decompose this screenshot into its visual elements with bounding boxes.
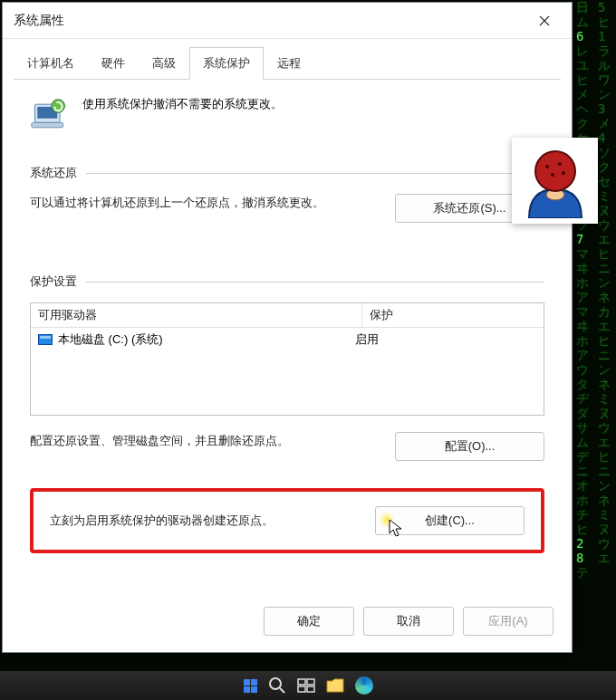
section-divider — [86, 282, 544, 283]
avatar-overlay — [512, 138, 598, 224]
configure-desc: 配置还原设置、管理磁盘空间，并且删除还原点。 — [30, 432, 377, 451]
close-icon — [539, 15, 550, 26]
system-protection-icon — [30, 96, 70, 136]
tab-computer-name[interactable]: 计算机名 — [14, 47, 88, 80]
dialog-title: 系统属性 — [14, 13, 528, 29]
titlebar: 系统属性 — [3, 3, 572, 39]
taskbar[interactable] — [0, 671, 616, 700]
svg-rect-13 — [307, 679, 314, 685]
svg-point-5 — [535, 151, 575, 191]
section-heading: 保护设置 — [30, 273, 77, 290]
tab-system-protection[interactable]: 系统保护 — [189, 47, 264, 80]
tab-strip: 计算机名 硬件 高级 系统保护 远程 — [14, 46, 561, 80]
matrix-column: 日ム6レユヒメヘクケケ8ニキエツ7マヰホアマヰホアウタヂダサムデニオホチヒ28テ — [576, 0, 589, 580]
svg-rect-12 — [298, 679, 305, 685]
tab-content: 使用系统保护撤消不需要的系统更改。 系统还原 可以通过将计算机还原到上一个还原点… — [14, 80, 561, 566]
drive-status: 启用 — [355, 331, 536, 348]
section-system-restore: 系统还原 — [30, 165, 544, 181]
svg-point-7 — [558, 162, 562, 166]
create-button[interactable]: 创建(C)... — [375, 506, 525, 535]
tab-hardware[interactable]: 硬件 — [88, 47, 139, 80]
tab-remote[interactable]: 远程 — [264, 47, 314, 80]
configure-row: 配置还原设置、管理磁盘空间，并且删除还原点。 配置(O)... — [30, 432, 544, 461]
section-divider — [86, 173, 544, 174]
apply-button[interactable]: 应用(A) — [463, 607, 553, 636]
restore-row: 可以通过将计算机还原到上一个还原点，撤消系统更改。 系统还原(S)... — [30, 194, 544, 223]
cancel-button[interactable]: 取消 — [363, 607, 454, 636]
svg-rect-14 — [298, 686, 305, 692]
drives-table[interactable]: 可用驱动器 保护 本地磁盘 (C:) (系统) 启用 — [30, 302, 544, 416]
drive-icon — [38, 334, 53, 345]
start-icon[interactable] — [244, 679, 257, 693]
matrix-column: 5ヒ1ラルワン3メ4ソクセミヌウエヒニンネカエヒニンネミヌウエヒニンネミヌウエ — [598, 0, 611, 565]
svg-point-10 — [270, 678, 281, 689]
avatar-icon — [520, 144, 591, 218]
close-button[interactable] — [528, 7, 561, 34]
intro-row: 使用系统保护撤消不需要的系统更改。 — [30, 96, 544, 136]
explorer-icon[interactable] — [326, 676, 344, 695]
section-heading: 系统还原 — [30, 165, 77, 181]
search-icon[interactable] — [268, 676, 286, 695]
dialog-body: 计算机名 硬件 高级 系统保护 远程 使用系统保护撤消不需要的系统更改。 系统还… — [3, 39, 572, 594]
configure-button[interactable]: 配置(O)... — [395, 432, 544, 461]
create-restore-point-highlight: 立刻为启用系统保护的驱动器创建还原点。 创建(C)... — [30, 488, 544, 553]
edge-icon[interactable] — [355, 676, 373, 695]
svg-point-6 — [545, 165, 549, 168]
restore-desc: 可以通过将计算机还原到上一个还原点，撤消系统更改。 — [30, 194, 377, 213]
table-header: 可用驱动器 保护 — [31, 303, 544, 328]
create-desc: 立刻为启用系统保护的驱动器创建还原点。 — [50, 513, 357, 529]
svg-point-8 — [551, 173, 554, 177]
svg-line-11 — [280, 688, 284, 693]
dialog-footer: 确定 取消 应用(A) — [3, 594, 572, 652]
table-row[interactable]: 本地磁盘 (C:) (系统) 启用 — [31, 328, 544, 351]
task-view-icon[interactable] — [297, 676, 315, 695]
svg-rect-2 — [32, 122, 63, 128]
svg-point-9 — [562, 171, 565, 175]
section-protection-settings: 保护设置 — [30, 273, 544, 290]
drive-name: 本地磁盘 (C:) (系统) — [58, 331, 163, 348]
svg-rect-15 — [307, 686, 314, 692]
system-properties-dialog: 系统属性 计算机名 硬件 高级 系统保护 远程 使用系统保护 — [2, 2, 573, 653]
intro-text: 使用系统保护撤消不需要的系统更改。 — [82, 96, 283, 136]
col-available-drives[interactable]: 可用驱动器 — [31, 303, 362, 327]
ok-button[interactable]: 确定 — [264, 607, 354, 636]
col-protection[interactable]: 保护 — [362, 303, 544, 327]
tab-advanced[interactable]: 高级 — [139, 47, 189, 80]
